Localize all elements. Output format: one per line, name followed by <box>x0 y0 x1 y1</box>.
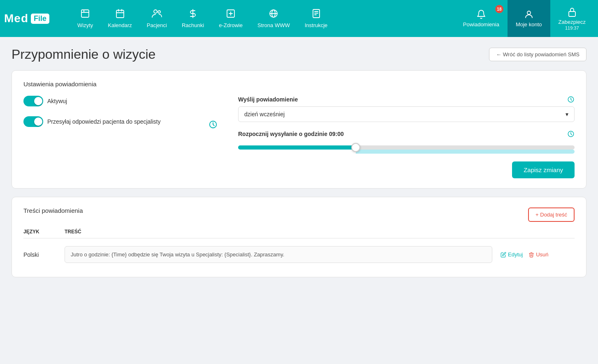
time-slider-container <box>238 142 575 153</box>
slider-thumb[interactable] <box>351 143 360 152</box>
send-notification-label: Wyślij powiadomienie <box>238 96 575 103</box>
zabezpiecz-time: 119:37 <box>565 25 579 30</box>
moje-konto-label: Moje konto <box>516 21 542 28</box>
nav-moje-konto[interactable]: Moje konto <box>508 0 550 37</box>
settings-card-title: Ustawienia powiadomienia <box>23 81 575 88</box>
logo-file: File <box>31 14 49 24</box>
table-row: Polski Jutro o godzinie: {Time} odbędzie… <box>23 242 575 267</box>
svg-rect-3 <box>116 10 124 18</box>
delete-button[interactable]: Usuń <box>528 251 548 258</box>
nav-zabezpiecz[interactable]: Zabezpiecz 119:37 <box>550 0 594 37</box>
content-card-title: Treści powiadomienia <box>23 207 83 214</box>
svg-point-8 <box>158 11 160 13</box>
nav-item-kalendarz[interactable]: Kalendarz <box>100 0 139 37</box>
cell-actions: Edytuj Usuń <box>501 251 575 258</box>
back-button[interactable]: ← Wróć do listy powiadomień SMS <box>489 48 586 61</box>
pacjenci-icon <box>151 9 162 20</box>
svg-rect-21 <box>569 12 575 16</box>
pacjenci-label: Pacjenci <box>147 22 167 28</box>
nav-item-instrukcje[interactable]: Instrukcje <box>297 0 335 37</box>
navbar: Med File Wizyty Kalendarz Pacjenci <box>0 0 598 37</box>
table-header: JĘZYK TREŚĆ <box>23 229 575 239</box>
ezdrowie-label: e-Zdrowie <box>219 22 243 28</box>
slider-track <box>238 145 575 150</box>
nav-item-rachunki[interactable]: Rachunki <box>174 0 211 37</box>
toggle-activate-row: Aktywuj <box>23 96 188 106</box>
lock-icon <box>568 7 577 17</box>
edit-label: Edytuj <box>508 251 523 258</box>
rachunki-label: Rachunki <box>182 22 204 28</box>
add-content-button[interactable]: + Dodaj treść <box>528 207 575 222</box>
svg-rect-0 <box>81 10 89 17</box>
send-dropdown[interactable]: dzień wcześniej ▾ <box>238 106 575 122</box>
delete-label: Usuń <box>536 251 548 258</box>
toggle-activate[interactable] <box>23 96 43 106</box>
rachunki-icon <box>188 9 198 20</box>
settings-left: Aktywuj Przesyłaj odpowiedzi pacjenta do… <box>23 96 188 153</box>
settings-grid: Aktywuj Przesyłaj odpowiedzi pacjenta do… <box>23 96 575 153</box>
kalendarz-icon <box>115 9 125 20</box>
col-content-header: TREŚĆ <box>65 229 492 235</box>
nav-item-ezdrowie[interactable]: e-Zdrowie <box>211 0 250 37</box>
app-logo[interactable]: Med File <box>4 12 62 25</box>
center-clock-icon <box>204 96 222 153</box>
notifications-badge: 18 <box>495 5 503 13</box>
slider-right-fill <box>356 150 575 154</box>
kalendarz-label: Kalendarz <box>108 22 132 28</box>
time-clock-icon <box>567 130 575 138</box>
user-icon <box>524 9 534 19</box>
svg-point-7 <box>154 10 157 13</box>
strona-www-label: Strona WWW <box>257 22 290 28</box>
content-card-header: Treści powiadomienia + Dodaj treść <box>23 207 575 222</box>
nav-right: 18 Powiadomienia Moje konto Zabezpiecz 1… <box>455 0 594 37</box>
page-title: Przypomnienie o wizycie <box>12 47 155 62</box>
nav-item-strona-www[interactable]: Strona WWW <box>250 0 297 37</box>
toggle-forward-row: Przesyłaj odpowiedzi pacjenta do specjal… <box>23 116 188 127</box>
slider-fill <box>238 145 356 150</box>
settings-card: Ustawienia powiadomienia Aktywuj <box>12 70 586 189</box>
instrukcje-label: Instrukcje <box>305 22 328 28</box>
wizyty-icon <box>80 9 90 20</box>
content-card: Treści powiadomienia + Dodaj treść JĘZYK… <box>12 197 586 277</box>
cell-lang: Polski <box>23 251 56 258</box>
trash-icon <box>528 252 534 258</box>
edit-button[interactable]: Edytuj <box>501 251 523 258</box>
toggle-activate-label: Aktywuj <box>47 98 67 104</box>
dropdown-chevron-icon: ▾ <box>566 111 568 117</box>
save-button[interactable]: Zapisz zmiany <box>512 161 575 178</box>
wizyty-label: Wizyty <box>77 22 93 28</box>
start-time-label: Rozpocznij wysyłanie o godzinie 09:00 <box>238 130 575 138</box>
instrukcje-icon <box>311 9 321 20</box>
zabezpiecz-label: Zabezpiecz <box>559 19 586 25</box>
logo-med: Med <box>4 12 28 25</box>
send-option-value: dzień wcześniej <box>244 111 285 117</box>
toggle-forward[interactable] <box>23 116 43 127</box>
nav-notifications[interactable]: 18 Powiadomienia <box>455 0 508 37</box>
edit-icon <box>501 252 506 258</box>
bell-icon <box>476 9 486 19</box>
nav-items: Wizyty Kalendarz Pacjenci Rachunki <box>70 0 455 37</box>
page-header: Przypomnienie o wizycie ← Wróć do listy … <box>12 47 586 62</box>
nav-item-pacjenci[interactable]: Pacjenci <box>139 0 174 37</box>
svg-rect-16 <box>313 9 320 18</box>
col-actions-header <box>501 229 575 235</box>
strona-www-icon <box>269 9 278 20</box>
svg-point-20 <box>527 11 531 14</box>
cell-content: Jutro o godzinie: {Time} odbędzie się Tw… <box>65 246 492 263</box>
ezdrowie-icon <box>226 9 236 20</box>
settings-right: Wyślij powiadomienie dzień wcześniej ▾ R… <box>238 96 575 153</box>
notifications-label: Powiadomienia <box>463 21 499 28</box>
col-lang-header: JĘZYK <box>23 229 56 235</box>
save-btn-row: Zapisz zmiany <box>23 161 575 178</box>
main-content: Przypomnienie o wizycie ← Wróć do listy … <box>0 37 598 295</box>
nav-item-wizyty[interactable]: Wizyty <box>70 0 100 37</box>
send-clock-icon <box>567 96 575 103</box>
toggle-forward-label: Przesyłaj odpowiedzi pacjenta do specjal… <box>47 118 160 125</box>
